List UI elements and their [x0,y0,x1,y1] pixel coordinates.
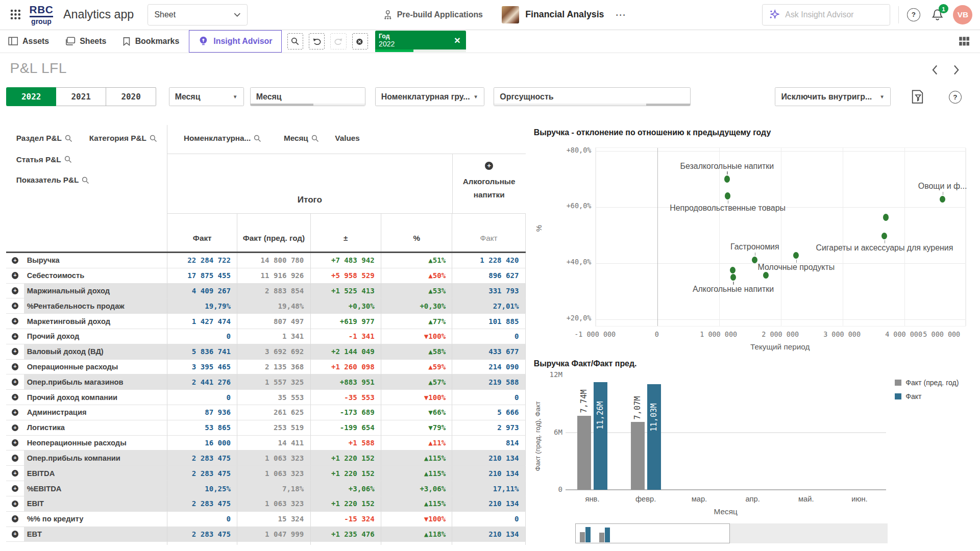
legend-item-Факт (пред. год)[interactable]: Факт (пред. год) [895,379,959,387]
exclude-intragroup-dropdown[interactable]: Исключить внутригр... ▼ [775,87,891,106]
org-listbox[interactable]: Оргсущность [494,87,691,106]
search-icon[interactable] [65,135,72,142]
chart-scroll-navigator[interactable] [575,523,888,543]
table-row[interactable]: +EBIT2 283 4751 063 323+1 220 152▲115%21… [6,496,526,512]
sheet-selector-dropdown[interactable]: Sheet [148,4,248,26]
scatter-point[interactable] [730,267,736,273]
table-row[interactable]: +Администрация87 936261 625-173 689▼66%5… [6,405,526,420]
scatter-point[interactable] [940,196,945,203]
table-row[interactable]: +Выручка22 284 72214 800 780+7 483 942▲5… [6,253,526,268]
pivot-dimension-Раздел-P&L[interactable]: Раздел P&L [16,134,72,143]
row-label[interactable]: Валовый доход (ВД) [24,344,168,360]
row-label[interactable]: Неоперационные расходы [24,436,168,451]
table-row[interactable]: +Налог на прибыль0144 049-144 049▼100%0 [6,542,526,544]
expand-row-icon[interactable]: + [12,485,18,492]
table-row[interactable]: +Валовый доход (ВД)5 836 7413 692 692+2 … [6,344,526,360]
sheets-button[interactable]: Sheets [57,30,114,53]
table-row[interactable]: +%Рентабельность продаж19,79%19,48%+0,30… [6,298,526,314]
expand-row-icon[interactable]: + [12,257,18,264]
row-label[interactable]: EBITDA [24,466,168,481]
step-forward-button[interactable] [330,33,346,49]
row-label[interactable]: Логистика [24,420,168,436]
remove-selection-icon[interactable]: ✕ [454,36,460,45]
pivot-dimension-Статья-P&L[interactable]: Статья P&L [16,155,72,164]
nomenclature-dropdown[interactable]: Номенклатурная гру... ▼ [375,87,484,106]
expand-row-icon[interactable]: + [12,531,18,537]
search-icon[interactable] [254,135,261,142]
row-label[interactable]: %% по кредиту [24,512,168,527]
sheet-help-icon[interactable]: ? [949,91,962,104]
sheet-grid-view-icon[interactable] [959,36,970,46]
expand-row-icon[interactable]: + [12,455,18,461]
clear-selections-button[interactable] [352,33,368,49]
app-launcher-icon[interactable] [10,9,21,20]
month-dropdown[interactable]: Месяц ▼ [169,87,244,106]
row-label[interactable]: Операционные расходы [24,360,168,375]
scatter-point[interactable] [881,233,887,239]
listbox-scrollbar[interactable] [251,104,365,106]
month-listbox[interactable]: Месяц [250,87,366,106]
app-thumbnail-image[interactable] [502,6,519,23]
pivot-total-group-header[interactable]: Итого [167,154,452,213]
scatter-point[interactable] [725,192,730,199]
pivot-alco-group-header[interactable]: + Алкогольные напитки [453,154,526,213]
table-row[interactable]: +Маркетинговый доход1 427 474807 497+619… [6,314,526,329]
expand-row-icon[interactable]: + [12,333,18,340]
expand-row-icon[interactable]: + [12,515,18,522]
table-row[interactable]: +Себестоимость17 875 45511 916 926+5 958… [6,268,526,284]
pivot-dimension-Категория-P&L[interactable]: Категория P&L [89,134,157,143]
scatter-point[interactable] [793,252,799,259]
row-label[interactable]: Прочий доход компании [24,390,168,405]
measure-header-3[interactable]: % [381,214,453,253]
table-row[interactable]: +Прочий доход01 341-1 341▼100%0 [6,329,526,344]
previous-sheet-icon[interactable] [930,64,939,76]
year-tab-2022[interactable]: 2022 [6,87,56,106]
expand-row-icon[interactable]: + [12,439,18,446]
table-row[interactable]: +Прочий доход компании035 553-35 553▼100… [6,390,526,405]
bar-Факт (пред. год)-янв.[interactable] [577,416,591,490]
row-label[interactable]: %Рентабельность продаж [24,298,168,314]
user-avatar[interactable]: VB [953,5,972,24]
table-row[interactable]: +Операционные расходы3 395 4652 135 368+… [6,360,526,375]
expand-row-icon[interactable]: + [12,394,18,400]
year-tab-2021[interactable]: 2021 [56,87,106,106]
notifications-button[interactable]: 1 [932,9,943,21]
listbox-scrollbar[interactable] [494,104,690,106]
pivot-values-header[interactable]: Values [335,134,359,143]
table-row[interactable]: +Опер.прибыль магазинов2 441 2761 557 32… [6,374,526,390]
measure-header-0[interactable]: Факт [167,214,237,253]
expand-row-icon[interactable]: + [12,287,18,294]
scatter-point[interactable] [724,176,730,182]
year-tab-2020[interactable]: 2020 [106,87,156,106]
search-icon[interactable] [64,156,72,163]
search-icon[interactable] [150,135,157,142]
table-row[interactable]: +%% по кредиту015 324-15 324▼100%0 [6,512,526,527]
navigator-window[interactable] [575,523,730,543]
assets-button[interactable]: Assets [0,30,57,53]
row-label[interactable]: Налог на прибыль [24,542,168,544]
bookmarks-button[interactable]: Bookmarks [114,30,187,53]
row-label[interactable]: EBIT [24,496,168,512]
pivot-dimension-Показатель-P&L[interactable]: Показатель P&L [16,176,89,185]
table-row[interactable]: +Маржинальный доход4 409 2672 883 854+1 … [6,284,526,299]
bar-Факт (пред. год)-февр.[interactable] [631,422,645,490]
legend-item-Факт[interactable]: Факт [895,392,921,400]
step-back-button[interactable] [309,33,325,49]
row-label[interactable]: Администрация [24,405,168,420]
measure-header-4[interactable]: Факт [452,214,525,253]
search-icon[interactable] [311,135,319,142]
help-icon[interactable]: ? [907,8,920,21]
expand-row-icon[interactable]: + [12,409,18,416]
table-row[interactable]: +Логистика53 865253 519-199 654▼79%2 973 [6,420,526,436]
table-row[interactable]: +%EBITDA10,25%7,18%+3,06%+3,06%17,11% [6,481,526,496]
more-menu-button[interactable]: ⋯ [616,9,627,21]
row-label[interactable]: %EBITDA [24,481,168,496]
expand-row-icon[interactable]: + [12,424,18,431]
row-label[interactable]: Опер.прибыль компании [24,450,168,466]
scatter-point[interactable] [763,272,769,279]
prebuild-applications-button[interactable]: Pre-build Applications [383,10,483,20]
expand-row-icon[interactable]: + [12,470,18,477]
table-row[interactable]: +Опер.прибыль компании2 283 4751 063 323… [6,450,526,466]
expand-row-icon[interactable]: + [12,303,18,309]
row-label[interactable]: Выручка [24,253,168,268]
